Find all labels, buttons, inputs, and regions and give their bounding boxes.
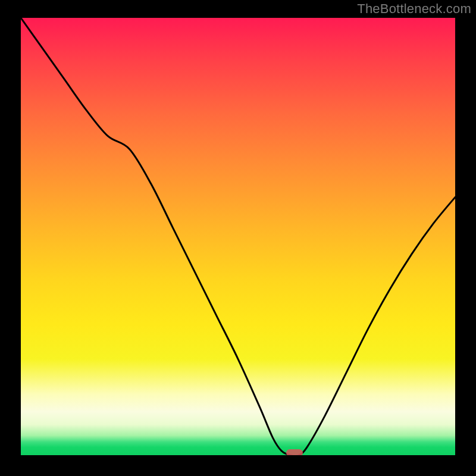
- watermark-text: TheBottleneck.com: [357, 1, 471, 17]
- plot-area: [21, 18, 455, 455]
- bottleneck-curve: [21, 18, 455, 455]
- optimal-point-marker: [286, 449, 303, 455]
- chart-frame: TheBottleneck.com: [0, 0, 476, 476]
